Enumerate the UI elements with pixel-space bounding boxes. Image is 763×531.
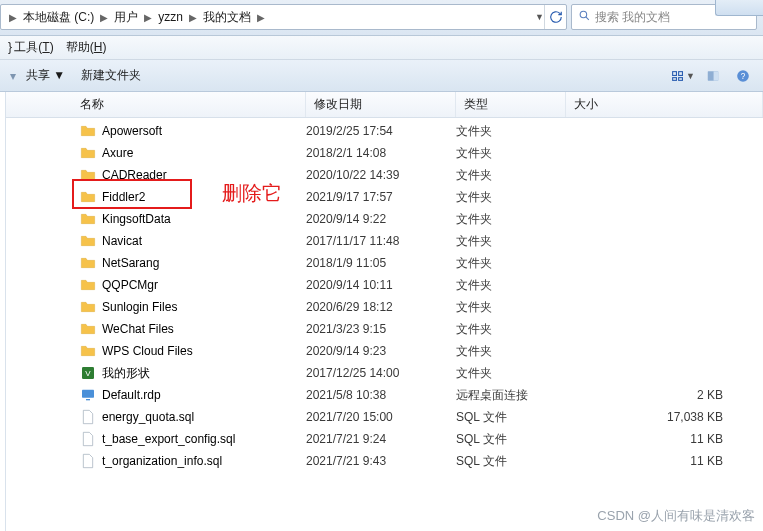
folder-icon: [80, 145, 96, 161]
cell-name[interactable]: Apowersoft: [6, 123, 306, 139]
cell-type: SQL 文件: [456, 431, 566, 448]
cell-date: 2021/7/21 9:24: [306, 432, 456, 446]
file-name: WPS Cloud Files: [102, 344, 193, 358]
cell-type: 文件夹: [456, 145, 566, 162]
table-row[interactable]: t_organization_info.sql2021/7/21 9:43SQL…: [6, 450, 763, 472]
breadcrumb-item[interactable]: 用户: [110, 9, 142, 26]
column-date[interactable]: 修改日期: [306, 92, 456, 117]
preview-pane-icon[interactable]: [701, 65, 725, 87]
file-name: t_organization_info.sql: [102, 454, 222, 468]
cell-name[interactable]: Fiddler2: [6, 189, 306, 205]
file-name: Navicat: [102, 234, 142, 248]
chevron-down-icon[interactable]: ▼: [535, 12, 544, 22]
cell-name[interactable]: t_base_export_config.sql: [6, 431, 306, 447]
cell-name[interactable]: Default.rdp: [6, 387, 306, 403]
new-folder-button[interactable]: 新建文件夹: [73, 64, 149, 87]
chevron-right-icon: ▶: [255, 12, 267, 23]
breadcrumb[interactable]: ▶ 本地磁盘 (C:) ▶ 用户 ▶ yzzn ▶ 我的文档 ▶ ▼: [0, 4, 567, 30]
breadcrumb-item[interactable]: yzzn: [154, 10, 187, 24]
file-icon: [80, 409, 96, 425]
cell-name[interactable]: Axure: [6, 145, 306, 161]
table-row[interactable]: WeChat Files2021/3/23 9:15文件夹: [6, 318, 763, 340]
cell-name[interactable]: energy_quota.sql: [6, 409, 306, 425]
table-row[interactable]: V 我的形状2017/12/25 14:00文件夹: [6, 362, 763, 384]
table-row[interactable]: Fiddler22021/9/17 17:57文件夹: [6, 186, 763, 208]
cell-name[interactable]: WPS Cloud Files: [6, 343, 306, 359]
column-type[interactable]: 类型: [456, 92, 566, 117]
file-name: Apowersoft: [102, 124, 162, 138]
chevron-right-icon: ▶: [187, 12, 199, 23]
cell-type: 文件夹: [456, 123, 566, 140]
file-name: energy_quota.sql: [102, 410, 194, 424]
cell-size: 11 KB: [566, 432, 763, 446]
folder-icon: [80, 255, 96, 271]
cell-name[interactable]: CADReader: [6, 167, 306, 183]
cell-name[interactable]: Navicat: [6, 233, 306, 249]
menubar: } 工具(T) 帮助(H): [0, 36, 763, 60]
view-options-icon[interactable]: ▼: [671, 65, 695, 87]
cell-name[interactable]: NetSarang: [6, 255, 306, 271]
table-row[interactable]: Apowersoft2019/2/25 17:54文件夹: [6, 120, 763, 142]
menu-help[interactable]: 帮助(H): [66, 39, 107, 56]
folder-icon: [80, 233, 96, 249]
cell-date: 2020/6/29 18:12: [306, 300, 456, 314]
menu-tools[interactable]: } 工具(T): [8, 39, 54, 56]
shapes-folder-icon: V: [80, 365, 96, 381]
cell-name[interactable]: QQPCMgr: [6, 277, 306, 293]
table-row[interactable]: KingsoftData2020/9/14 9:22文件夹: [6, 208, 763, 230]
table-row[interactable]: CADReader2020/10/22 14:39文件夹: [6, 164, 763, 186]
table-row[interactable]: Axure2018/2/1 14:08文件夹: [6, 142, 763, 164]
folder-icon: [80, 123, 96, 139]
cell-date: 2020/9/14 9:22: [306, 212, 456, 226]
rdp-icon: [80, 387, 96, 403]
cell-name[interactable]: V 我的形状: [6, 365, 306, 382]
cell-date: 2018/1/9 11:05: [306, 256, 456, 270]
table-row[interactable]: t_base_export_config.sql2021/7/21 9:24SQ…: [6, 428, 763, 450]
toolbar-right: ▼ ?: [671, 65, 755, 87]
column-name[interactable]: 名称: [6, 92, 306, 117]
cell-date: 2017/12/25 14:00: [306, 366, 456, 380]
table-row[interactable]: Sunlogin Files2020/6/29 18:12文件夹: [6, 296, 763, 318]
file-name: NetSarang: [102, 256, 159, 270]
table-row[interactable]: WPS Cloud Files2020/9/14 9:23文件夹: [6, 340, 763, 362]
search-icon: [578, 9, 591, 25]
cell-size: 11 KB: [566, 454, 763, 468]
share-button[interactable]: 共享 ▼: [18, 64, 73, 87]
cell-name[interactable]: KingsoftData: [6, 211, 306, 227]
file-list[interactable]: 名称 修改日期 类型 大小 Apowersoft2019/2/25 17:54文…: [6, 92, 763, 531]
cell-name[interactable]: t_organization_info.sql: [6, 453, 306, 469]
cell-type: 文件夹: [456, 211, 566, 228]
table-row[interactable]: Default.rdp2021/5/8 10:38远程桌面连接2 KB: [6, 384, 763, 406]
table-row[interactable]: Navicat2017/11/17 11:48文件夹: [6, 230, 763, 252]
svg-line-1: [586, 17, 589, 20]
help-icon[interactable]: ?: [731, 65, 755, 87]
cell-name[interactable]: WeChat Files: [6, 321, 306, 337]
file-name: Default.rdp: [102, 388, 161, 402]
file-icon: [80, 431, 96, 447]
column-size[interactable]: 大小: [566, 92, 763, 117]
folder-icon: [80, 343, 96, 359]
breadcrumb-item[interactable]: 本地磁盘 (C:): [19, 9, 98, 26]
refresh-icon[interactable]: [544, 5, 566, 29]
svg-rect-2: [673, 71, 677, 75]
cell-type: 文件夹: [456, 255, 566, 272]
cell-type: SQL 文件: [456, 409, 566, 426]
folder-icon: [80, 211, 96, 227]
table-row[interactable]: QQPCMgr2020/9/14 10:11文件夹: [6, 274, 763, 296]
folder-icon: [80, 277, 96, 293]
main-area: 名称 修改日期 类型 大小 Apowersoft2019/2/25 17:54文…: [0, 92, 763, 531]
cell-name[interactable]: Sunlogin Files: [6, 299, 306, 315]
folder-icon: [80, 167, 96, 183]
table-row[interactable]: NetSarang2018/1/9 11:05文件夹: [6, 252, 763, 274]
table-row[interactable]: energy_quota.sql2021/7/20 15:00SQL 文件17,…: [6, 406, 763, 428]
column-headers[interactable]: 名称 修改日期 类型 大小: [6, 92, 763, 118]
watermark: CSDN @人间有味是清欢客: [597, 507, 755, 525]
cell-type: 文件夹: [456, 343, 566, 360]
window-control-hint: [715, 0, 763, 16]
cell-date: 2017/11/17 11:48: [306, 234, 456, 248]
cell-type: 文件夹: [456, 277, 566, 294]
breadcrumb-item[interactable]: 我的文档: [199, 9, 255, 26]
file-name: Axure: [102, 146, 133, 160]
search-placeholder: 搜索 我的文档: [595, 9, 670, 26]
addressbar-row: ▶ 本地磁盘 (C:) ▶ 用户 ▶ yzzn ▶ 我的文档 ▶ ▼ 搜索 我的…: [0, 0, 763, 36]
